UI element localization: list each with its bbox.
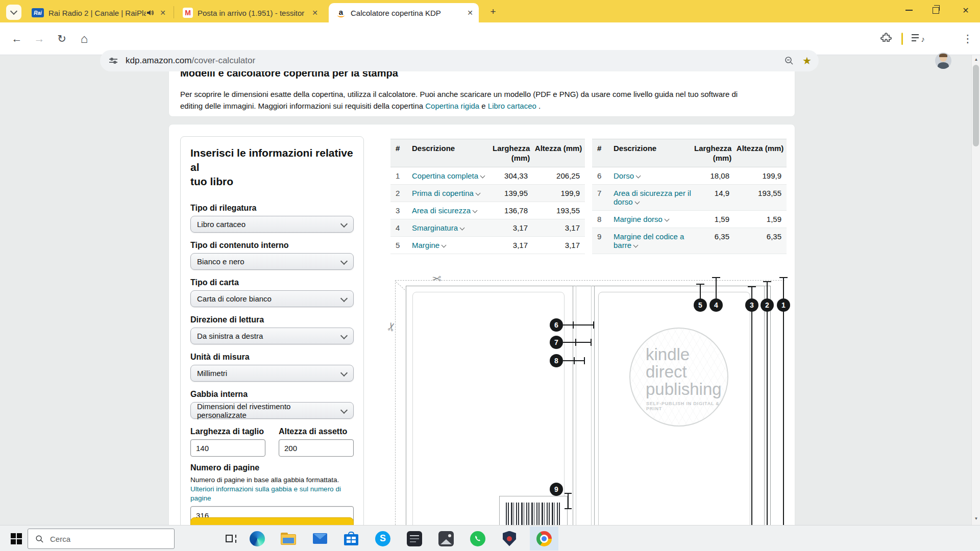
pinned-extension-marker xyxy=(901,33,903,45)
table-row: 9Margine del codice a barre6,356,35 xyxy=(592,228,787,254)
table-row: 8Margine dorso1,591,59 xyxy=(592,211,787,228)
chevron-down-icon xyxy=(340,332,348,339)
zoom-icon[interactable] xyxy=(784,56,794,66)
barcode-placeholder xyxy=(499,496,568,525)
dimension-link[interactable]: Copertina completa xyxy=(412,171,478,180)
table-header: #DescrizioneLarghezza (mm)Altezza (mm) xyxy=(390,139,585,167)
marker-3: 3 xyxy=(745,298,758,312)
dimension-link[interactable]: Prima di copertina xyxy=(412,189,474,197)
table-row: 4Smarginatura3,173,17 xyxy=(390,219,585,237)
chrome-icon xyxy=(536,531,552,546)
browser-tab-bar: Rai Rai Radio 2 | Canale | RaiPla ✕ M Po… xyxy=(0,0,980,22)
dimensions-table-spine: #DescrizioneLarghezza (mm)Altezza (mm)6D… xyxy=(592,139,787,254)
dimension-link[interactable]: Margine del codice a barre xyxy=(614,232,684,249)
tab-rai-radio[interactable]: Rai Rai Radio 2 | Canale | RaiPla ✕ xyxy=(26,3,172,22)
tab-close-icon[interactable]: ✕ xyxy=(464,7,476,18)
trim-height-input[interactable]: 200 xyxy=(279,439,354,457)
barcode-bars xyxy=(506,503,561,525)
select-field[interactable]: Dimensioni del rivestimento personalizza… xyxy=(190,402,354,419)
scroll-up-arrow[interactable]: ▲ xyxy=(972,55,980,62)
measure-cap xyxy=(574,357,575,364)
paperback-link[interactable]: Libro cartaceo xyxy=(488,102,536,110)
chevron-down-icon xyxy=(340,369,348,377)
address-bar[interactable]: kdp.amazon.com/cover-calculator ★ xyxy=(100,50,819,71)
measure-cap xyxy=(584,357,585,364)
chevron-down-icon xyxy=(473,208,478,213)
form-fields: Tipo di rilegaturaLibro cartaceoTipo di … xyxy=(190,204,354,419)
marker-8: 8 xyxy=(550,354,563,367)
start-button[interactable] xyxy=(6,525,27,551)
audio-speaker-icon[interactable] xyxy=(146,9,154,17)
new-tab-button[interactable]: + xyxy=(486,5,500,19)
security-shield-icon[interactable] xyxy=(497,525,522,551)
marker-6: 6 xyxy=(550,318,563,332)
measure-line-1 xyxy=(783,277,784,525)
whatsapp-icon[interactable] xyxy=(465,525,490,551)
url-path: /cover-calculator xyxy=(191,56,255,65)
profile-avatar[interactable] xyxy=(935,53,951,69)
edge-icon[interactable] xyxy=(245,525,270,551)
site-info-icon[interactable] xyxy=(109,59,117,63)
intro-end: . xyxy=(538,102,541,110)
tab-search-button[interactable] xyxy=(6,5,21,20)
dimension-link[interactable]: Margine xyxy=(412,241,439,249)
select-field[interactable]: Millimetri xyxy=(190,365,354,382)
tab-title: Calcolatore copertina KDP xyxy=(351,9,461,17)
measure-cap xyxy=(593,321,594,329)
tab-close-icon[interactable]: ✕ xyxy=(157,7,168,18)
photo-app-icon[interactable] xyxy=(434,525,458,551)
chevron-down-icon xyxy=(340,295,348,302)
trim-width-input[interactable]: 140 xyxy=(190,439,265,457)
home-button[interactable]: ⌂ xyxy=(74,22,94,55)
window-minimize-button[interactable] xyxy=(896,0,922,20)
trim-width-label: Larghezza di taglio xyxy=(190,428,265,436)
page-scrollbar[interactable]: ▲ ▼ xyxy=(971,55,980,525)
spine-safety-left xyxy=(576,286,576,525)
dimension-link[interactable]: Dorso xyxy=(614,171,634,180)
window-maximize-button[interactable] xyxy=(922,0,949,20)
hardcover-link[interactable]: Copertina rigida xyxy=(425,102,479,110)
calculate-button[interactable]: Calcola le dimensioni xyxy=(190,517,354,525)
dimension-link[interactable]: Margine dorso xyxy=(614,215,663,223)
media-controls-icon[interactable]: ♪ xyxy=(912,34,925,44)
tab-kdp-calculator[interactable]: a Calcolatore copertina KDP ✕ xyxy=(329,3,479,22)
dark-app-icon[interactable] xyxy=(402,525,427,551)
scroll-down-arrow[interactable]: ▼ xyxy=(972,516,980,521)
back-button[interactable]: ← xyxy=(7,22,27,55)
dimension-link[interactable]: Smarginatura xyxy=(412,223,458,232)
chevron-down-icon xyxy=(10,8,17,15)
chrome-taskbar-button[interactable] xyxy=(530,527,558,550)
measure-line-9 xyxy=(568,493,569,509)
measure-cap xyxy=(779,277,788,278)
extensions-icon[interactable] xyxy=(880,33,892,45)
select-label: Direzione di lettura xyxy=(190,316,354,324)
task-view-button[interactable] xyxy=(220,525,243,551)
search-icon xyxy=(35,535,44,543)
bookmark-star-icon[interactable]: ★ xyxy=(802,55,812,67)
select-field[interactable]: Bianco e nero xyxy=(190,253,354,270)
measure-cap xyxy=(748,286,756,287)
select-field[interactable]: Da sinistra a destra xyxy=(190,328,354,344)
window-close-button[interactable]: ✕ xyxy=(951,0,980,20)
store-icon[interactable] xyxy=(339,525,363,551)
chevron-down-icon xyxy=(460,226,465,231)
logo-text: publishing xyxy=(646,380,722,399)
select-label: Gabbia interna xyxy=(190,390,354,398)
reload-button[interactable]: ↻ xyxy=(52,22,72,55)
forward-button[interactable]: → xyxy=(29,22,50,55)
skype-icon[interactable]: S xyxy=(371,525,395,551)
mail-icon[interactable] xyxy=(308,525,332,551)
table-row: 2Prima di copertina139,95199,9 xyxy=(390,185,585,202)
select-field[interactable]: Carta di colore bianco xyxy=(190,290,354,307)
back-safety-area xyxy=(412,292,565,525)
dimension-link[interactable]: Area di sicurezza xyxy=(412,206,471,215)
browser-menu-icon[interactable]: ⋮ xyxy=(958,22,978,55)
tab-gmail[interactable]: M Posta in arrivo (1.951) - tessitor ✕ xyxy=(177,3,324,22)
select-field[interactable]: Libro cartaceo xyxy=(190,216,354,233)
scroll-thumb[interactable] xyxy=(973,65,979,146)
dimension-link[interactable]: Area di sicurezza per il dorso xyxy=(614,189,691,206)
tab-close-icon[interactable]: ✕ xyxy=(309,7,321,18)
pages-info-link[interactable]: Ulteriori informazioni sulla gabbia e su… xyxy=(190,485,344,503)
taskbar-search-box[interactable]: Cerca xyxy=(28,529,175,549)
file-explorer-icon[interactable] xyxy=(276,525,301,551)
